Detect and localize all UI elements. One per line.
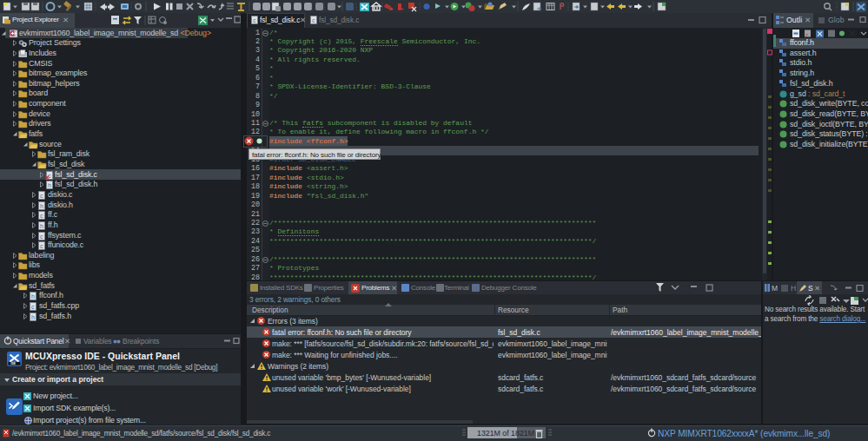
svg-text:c: c	[40, 243, 43, 249]
svg-text:c: c	[40, 192, 43, 198]
svg-text:c: c	[312, 17, 315, 23]
svg-text:c: c	[253, 17, 256, 23]
svg-text:h: h	[40, 222, 43, 228]
svg-text:h: h	[31, 293, 35, 299]
svg-text:h: h	[31, 313, 35, 319]
svg-text:c: c	[40, 213, 43, 219]
svg-text:h: h	[48, 182, 51, 188]
svg-text:IDE: IDE	[11, 362, 16, 365]
svg-text:h: h	[40, 202, 43, 208]
svg-text:c: c	[48, 172, 51, 178]
svg-text:c: c	[31, 304, 35, 310]
svg-text:c: c	[40, 233, 43, 239]
svg-text:z: z	[805, 32, 808, 37]
